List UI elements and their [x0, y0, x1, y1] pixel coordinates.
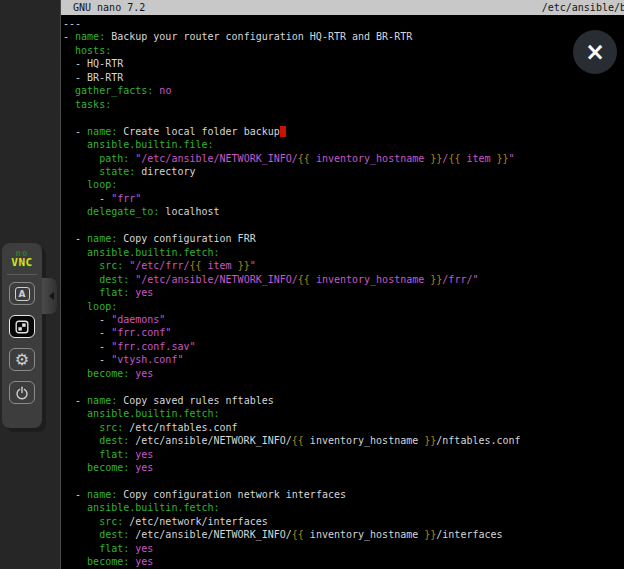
terminal-line: become: yes	[63, 367, 624, 380]
panel-divider	[7, 274, 37, 275]
terminal-line: - HQ-RTR	[63, 57, 624, 70]
terminal-line: flat: yes	[63, 448, 624, 461]
terminal-line: - "vtysh.conf"	[63, 353, 624, 366]
terminal-line: hosts:	[63, 44, 624, 57]
novnc-logo-bottom: VNC	[11, 258, 32, 267]
nano-app-title: GNU nano 7.2	[73, 0, 145, 15]
panel-collapse-handle[interactable]	[42, 278, 57, 314]
terminal-line: gather_facts: no	[63, 84, 624, 97]
gear-icon: ⚙	[15, 352, 29, 368]
terminal-line: - name: Create local folder backup	[63, 125, 624, 138]
keyboard-button[interactable]: A	[9, 282, 35, 305]
terminal-line: flat: yes	[63, 286, 624, 299]
terminal-line: - name: Copy configuration FRR	[63, 232, 624, 245]
close-button[interactable]: ×	[573, 30, 617, 74]
terminal-window: GNU nano 7.2 /etc/ansible/b ---- name: B…	[60, 0, 624, 569]
terminal-line: loop:	[63, 178, 624, 191]
terminal-line: dest: /etc/ansible/NETWORK_INFO/{{ inven…	[63, 528, 624, 541]
terminal-line: src: "/etc/frr/{{ item }}"	[63, 259, 624, 272]
terminal-line: ansible.builtin.fetch:	[63, 501, 624, 514]
terminal-line: - BR-RTR	[63, 71, 624, 84]
terminal-line	[63, 111, 624, 124]
terminal-line: src: /etc/network/interfaces	[63, 515, 624, 528]
chevron-left-icon	[49, 292, 54, 300]
terminal-line	[63, 219, 624, 232]
power-button[interactable]	[9, 381, 35, 404]
terminal-line: - "frr"	[63, 192, 624, 205]
keyboard-icon: A	[15, 287, 30, 301]
terminal-line: - name: Copy saved rules nftables	[63, 394, 624, 407]
terminal-line: ansible.builtin.fetch:	[63, 246, 624, 259]
text-cursor	[280, 126, 286, 137]
terminal-line: become: yes	[63, 461, 624, 474]
terminal-line	[63, 380, 624, 393]
terminal-line: flat: yes	[63, 542, 624, 555]
terminal-line: path: "/etc/ansible/NETWORK_INFO/{{ inve…	[63, 152, 624, 165]
terminal-line: - "frr.conf.sav"	[63, 340, 624, 353]
terminal-line: - name: Copy configuration network inter…	[63, 488, 624, 501]
settings-button[interactable]: ⚙	[9, 348, 35, 371]
power-icon	[15, 386, 29, 400]
terminal-line: tasks:	[63, 98, 624, 111]
terminal-line: loop:	[63, 300, 624, 313]
terminal-line: ansible.builtin.fetch:	[63, 407, 624, 420]
terminal-line: - "daemons"	[63, 313, 624, 326]
fullscreen-button[interactable]	[9, 315, 35, 338]
terminal-line: become: yes	[63, 555, 624, 568]
terminal-line: delegate_to: localhost	[63, 205, 624, 218]
terminal-line: - name: Backup your router configuration…	[63, 30, 624, 43]
terminal-line: - "frr.conf"	[63, 326, 624, 339]
novnc-control-panel: no VNC A ⚙	[2, 243, 42, 428]
nano-file-path: /etc/ansible/b	[542, 0, 624, 15]
terminal-line: src: /etc/nftables.conf	[63, 421, 624, 434]
fullscreen-icon	[15, 320, 29, 334]
terminal-line: state: directory	[63, 165, 624, 178]
terminal-line	[63, 474, 624, 487]
novnc-logo: no VNC	[11, 249, 32, 267]
terminal-line: dest: "/etc/ansible/NETWORK_INFO/{{ inve…	[63, 273, 624, 286]
nano-editor-content[interactable]: ---- name: Backup your router configurat…	[61, 15, 624, 569]
terminal-line: dest: /etc/ansible/NETWORK_INFO/{{ inven…	[63, 434, 624, 447]
close-icon: ×	[585, 38, 605, 66]
terminal-line: ansible.builtin.file:	[63, 138, 624, 151]
nano-titlebar: GNU nano 7.2 /etc/ansible/b	[61, 0, 624, 15]
terminal-line: ---	[63, 17, 624, 30]
